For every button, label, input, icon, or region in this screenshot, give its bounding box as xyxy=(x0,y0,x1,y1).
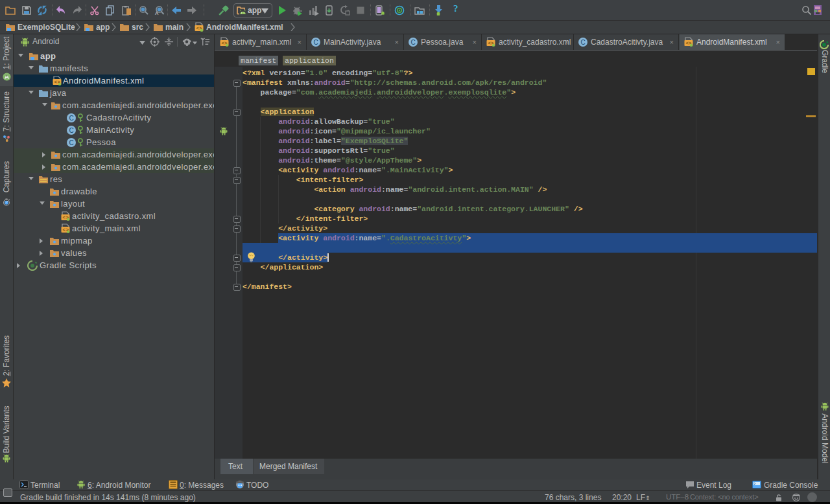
svg-text:C: C xyxy=(69,115,75,122)
svg-text:C: C xyxy=(581,39,586,46)
svg-text:C: C xyxy=(314,39,318,46)
svg-text:A: A xyxy=(155,10,159,16)
svg-text:C: C xyxy=(69,139,75,146)
svg-text:C: C xyxy=(411,39,416,46)
svg-text:C: C xyxy=(69,127,75,134)
